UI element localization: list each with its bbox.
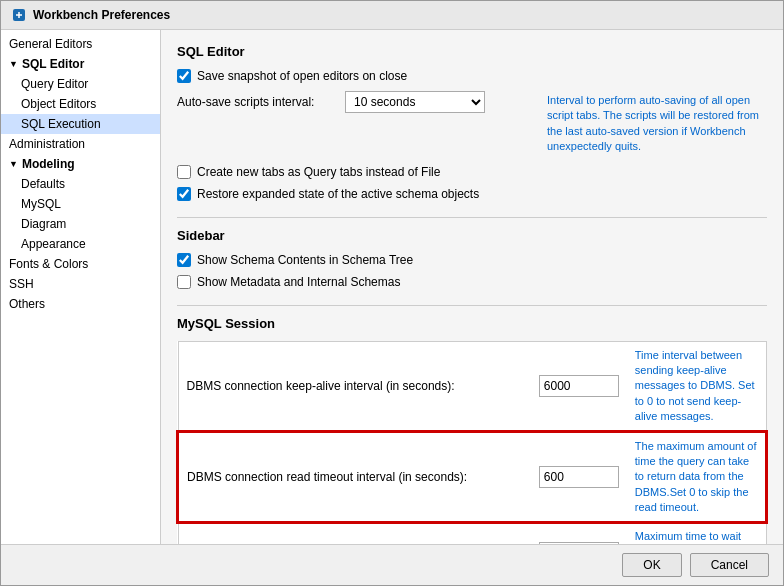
ok-button[interactable]: OK xyxy=(622,553,681,577)
conn-timeout-label: DBMS connection timeout interval (in sec… xyxy=(178,522,531,544)
show-schema-label: Show Schema Contents in Schema Tree xyxy=(197,253,413,267)
show-metadata-row: Show Metadata and Internal Schemas xyxy=(177,275,767,289)
expand-icon: ▼ xyxy=(9,59,18,69)
settings-panel: SQL Editor Save snapshot of open editors… xyxy=(161,30,783,544)
show-schema-row: Show Schema Contents in Schema Tree xyxy=(177,253,767,267)
workbench-preferences-window: Workbench Preferences General Editors ▼ … xyxy=(0,0,784,586)
sidebar-item-administration[interactable]: Administration xyxy=(1,134,160,154)
sql-editor-title: SQL Editor xyxy=(177,44,767,59)
sidebar-item-sql-execution[interactable]: SQL Execution xyxy=(1,114,160,134)
read-timeout-label: DBMS connection read timeout interval (i… xyxy=(178,432,531,523)
keepalive-input-cell xyxy=(531,341,627,431)
sidebar-section: Sidebar Show Schema Contents in Schema T… xyxy=(177,228,767,289)
save-snapshot-checkbox[interactable] xyxy=(177,69,191,83)
create-tabs-checkbox[interactable] xyxy=(177,165,191,179)
cancel-button[interactable]: Cancel xyxy=(690,553,769,577)
restore-expanded-row: Restore expanded state of the active sch… xyxy=(177,187,767,201)
keepalive-label: DBMS connection keep-alive interval (in … xyxy=(178,341,531,431)
sidebar-item-fonts-colors[interactable]: Fonts & Colors xyxy=(1,254,160,274)
create-tabs-label: Create new tabs as Query tabs instead of… xyxy=(197,165,440,179)
title-bar: Workbench Preferences xyxy=(1,1,783,30)
conn-timeout-row: DBMS connection timeout interval (in sec… xyxy=(178,522,766,544)
show-schema-checkbox[interactable] xyxy=(177,253,191,267)
main-content: General Editors ▼ SQL Editor Query Edito… xyxy=(1,30,783,544)
sidebar-item-ssh[interactable]: SSH xyxy=(1,274,160,294)
read-timeout-note: The maximum amount of time the query can… xyxy=(627,432,766,523)
conn-timeout-note: Maximum time to wait before a connection… xyxy=(627,522,766,544)
sidebar-item-general-editors[interactable]: General Editors xyxy=(1,34,160,54)
show-metadata-checkbox[interactable] xyxy=(177,275,191,289)
read-timeout-input[interactable] xyxy=(539,466,619,488)
bottom-bar: OK Cancel xyxy=(1,544,783,585)
keepalive-input[interactable] xyxy=(539,375,619,397)
sidebar-item-appearance[interactable]: Appearance xyxy=(1,234,160,254)
auto-save-note: Interval to perform auto-saving of all o… xyxy=(547,91,767,155)
mysql-session-title: MySQL Session xyxy=(177,316,767,331)
sidebar-item-modeling[interactable]: ▼ Modeling xyxy=(1,154,160,174)
window-title: Workbench Preferences xyxy=(33,8,170,22)
conn-timeout-input-cell xyxy=(531,522,627,544)
divider-1 xyxy=(177,217,767,218)
expand-icon-modeling: ▼ xyxy=(9,159,18,169)
sidebar-item-query-editor[interactable]: Query Editor xyxy=(1,74,160,94)
save-snapshot-row: Save snapshot of open editors on close xyxy=(177,69,767,83)
sidebar-title: Sidebar xyxy=(177,228,767,243)
restore-expanded-checkbox[interactable] xyxy=(177,187,191,201)
create-tabs-row: Create new tabs as Query tabs instead of… xyxy=(177,165,767,179)
app-icon xyxy=(11,7,27,23)
mysql-session-table: DBMS connection keep-alive interval (in … xyxy=(177,341,767,544)
mysql-session-section: MySQL Session DBMS connection keep-alive… xyxy=(177,316,767,544)
sidebar-item-sql-editor[interactable]: ▼ SQL Editor xyxy=(1,54,160,74)
sidebar-item-defaults[interactable]: Defaults xyxy=(1,174,160,194)
save-snapshot-label: Save snapshot of open editors on close xyxy=(197,69,407,83)
auto-save-label: Auto-save scripts interval: xyxy=(177,95,337,109)
divider-2 xyxy=(177,305,767,306)
keepalive-row: DBMS connection keep-alive interval (in … xyxy=(178,341,766,431)
sidebar-item-others[interactable]: Others xyxy=(1,294,160,314)
read-timeout-input-cell xyxy=(531,432,627,523)
sidebar: General Editors ▼ SQL Editor Query Edito… xyxy=(1,30,161,544)
read-timeout-row: DBMS connection read timeout interval (i… xyxy=(178,432,766,523)
auto-save-select[interactable]: 10 seconds 5 seconds 15 seconds 30 secon… xyxy=(345,91,485,113)
sql-editor-section: SQL Editor Save snapshot of open editors… xyxy=(177,44,767,201)
sidebar-item-object-editors[interactable]: Object Editors xyxy=(1,94,160,114)
show-metadata-label: Show Metadata and Internal Schemas xyxy=(197,275,400,289)
restore-expanded-label: Restore expanded state of the active sch… xyxy=(197,187,479,201)
sidebar-item-diagram[interactable]: Diagram xyxy=(1,214,160,234)
keepalive-note: Time interval between sending keep-alive… xyxy=(627,341,766,431)
sidebar-item-mysql[interactable]: MySQL xyxy=(1,194,160,214)
